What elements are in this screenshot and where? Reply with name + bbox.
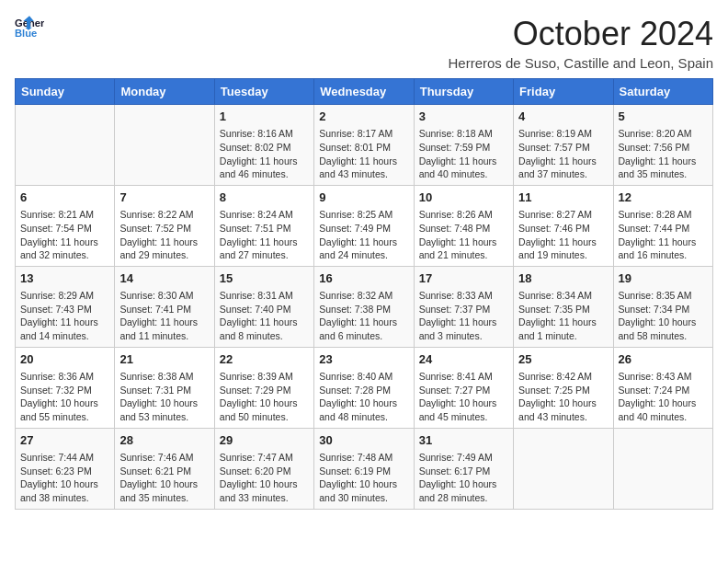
calendar-cell: 5Sunrise: 8:20 AM Sunset: 7:56 PM Daylig… [613,105,712,186]
calendar-cell: 28Sunrise: 7:46 AM Sunset: 6:21 PM Dayli… [115,428,214,509]
day-info: Sunrise: 8:42 AM Sunset: 7:25 PM Dayligh… [518,370,608,424]
day-number: 28 [119,432,209,449]
day-number: 25 [518,351,608,368]
day-info: Sunrise: 7:48 AM Sunset: 6:19 PM Dayligh… [319,451,408,505]
logo: General Blue [15,15,44,40]
day-info: Sunrise: 8:43 AM Sunset: 7:24 PM Dayligh… [619,370,708,424]
day-number: 5 [619,109,708,125]
day-info: Sunrise: 8:39 AM Sunset: 7:29 PM Dayligh… [220,370,309,424]
week-row-2: 6Sunrise: 8:21 AM Sunset: 7:54 PM Daylig… [16,185,713,266]
day-number: 7 [119,190,209,206]
day-number: 29 [220,432,309,449]
day-number: 14 [119,270,209,287]
day-number: 6 [20,190,109,206]
week-row-1: 1Sunrise: 8:16 AM Sunset: 8:02 PM Daylig… [16,105,713,186]
day-info: Sunrise: 8:24 AM Sunset: 7:51 PM Dayligh… [220,208,309,262]
day-number: 21 [119,351,209,368]
day-number: 8 [220,190,309,206]
calendar-cell: 21Sunrise: 8:38 AM Sunset: 7:31 PM Dayli… [115,347,214,428]
calendar-cell: 19Sunrise: 8:35 AM Sunset: 7:34 PM Dayli… [613,266,712,347]
week-row-5: 27Sunrise: 7:44 AM Sunset: 6:23 PM Dayli… [16,428,713,509]
calendar-cell: 31Sunrise: 7:49 AM Sunset: 6:17 PM Dayli… [414,428,513,509]
weekday-sunday: Sunday [16,79,115,105]
calendar-cell [16,105,115,186]
calendar-cell: 17Sunrise: 8:33 AM Sunset: 7:37 PM Dayli… [414,266,513,347]
calendar-cell: 22Sunrise: 8:39 AM Sunset: 7:29 PM Dayli… [214,347,313,428]
calendar-cell: 18Sunrise: 8:34 AM Sunset: 7:35 PM Dayli… [514,266,613,347]
calendar-cell: 20Sunrise: 8:36 AM Sunset: 7:32 PM Dayli… [16,347,115,428]
day-number: 16 [319,270,408,287]
calendar-cell: 15Sunrise: 8:31 AM Sunset: 7:40 PM Dayli… [214,266,313,347]
svg-text:Blue: Blue [15,28,37,39]
calendar-cell [115,105,214,186]
calendar-cell: 1Sunrise: 8:16 AM Sunset: 8:02 PM Daylig… [214,105,313,186]
calendar-cell: 13Sunrise: 8:29 AM Sunset: 7:43 PM Dayli… [16,266,115,347]
calendar-cell: 11Sunrise: 8:27 AM Sunset: 7:46 PM Dayli… [514,185,613,266]
day-number: 3 [419,109,508,125]
calendar-cell: 2Sunrise: 8:17 AM Sunset: 8:01 PM Daylig… [314,105,414,186]
day-number: 20 [20,351,109,368]
day-number: 12 [619,190,708,206]
calendar-cell: 6Sunrise: 8:21 AM Sunset: 7:54 PM Daylig… [16,185,115,266]
calendar-cell: 24Sunrise: 8:41 AM Sunset: 7:27 PM Dayli… [414,347,513,428]
day-info: Sunrise: 8:22 AM Sunset: 7:52 PM Dayligh… [119,208,209,262]
day-number: 18 [518,270,608,287]
week-row-4: 20Sunrise: 8:36 AM Sunset: 7:32 PM Dayli… [16,347,713,428]
calendar-cell: 25Sunrise: 8:42 AM Sunset: 7:25 PM Dayli… [514,347,613,428]
location: Herreros de Suso, Castille and Leon, Spa… [448,55,713,71]
week-row-3: 13Sunrise: 8:29 AM Sunset: 7:43 PM Dayli… [16,266,713,347]
calendar-cell: 30Sunrise: 7:48 AM Sunset: 6:19 PM Dayli… [314,428,414,509]
day-info: Sunrise: 8:16 AM Sunset: 8:02 PM Dayligh… [220,127,309,181]
day-number: 15 [220,270,309,287]
calendar-cell: 10Sunrise: 8:26 AM Sunset: 7:48 PM Dayli… [414,185,513,266]
calendar-cell [613,428,712,509]
calendar-cell [514,428,613,509]
page-header: General Blue October 2024 Herreros de Su… [15,15,713,71]
calendar-cell: 26Sunrise: 8:43 AM Sunset: 7:24 PM Dayli… [613,347,712,428]
day-number: 13 [20,270,109,287]
day-number: 4 [518,109,608,125]
weekday-tuesday: Tuesday [214,79,313,105]
calendar-cell: 16Sunrise: 8:32 AM Sunset: 7:38 PM Dayli… [314,266,414,347]
day-number: 30 [319,432,408,449]
day-info: Sunrise: 8:32 AM Sunset: 7:38 PM Dayligh… [319,289,408,343]
day-info: Sunrise: 8:26 AM Sunset: 7:48 PM Dayligh… [419,208,508,262]
day-info: Sunrise: 7:49 AM Sunset: 6:17 PM Dayligh… [419,451,508,505]
day-info: Sunrise: 8:36 AM Sunset: 7:32 PM Dayligh… [20,370,109,424]
day-number: 9 [319,190,408,206]
calendar-cell: 29Sunrise: 7:47 AM Sunset: 6:20 PM Dayli… [214,428,313,509]
month-title: October 2024 [448,15,713,53]
day-info: Sunrise: 8:19 AM Sunset: 7:57 PM Dayligh… [518,127,608,181]
day-info: Sunrise: 8:25 AM Sunset: 7:49 PM Dayligh… [319,208,408,262]
weekday-wednesday: Wednesday [314,79,414,105]
calendar-cell: 8Sunrise: 8:24 AM Sunset: 7:51 PM Daylig… [214,185,313,266]
day-number: 24 [419,351,508,368]
day-info: Sunrise: 8:29 AM Sunset: 7:43 PM Dayligh… [20,289,109,343]
weekday-monday: Monday [115,79,214,105]
calendar-cell: 4Sunrise: 8:19 AM Sunset: 7:57 PM Daylig… [514,105,613,186]
calendar-cell: 3Sunrise: 8:18 AM Sunset: 7:59 PM Daylig… [414,105,513,186]
day-info: Sunrise: 8:17 AM Sunset: 8:01 PM Dayligh… [319,127,408,181]
day-number: 19 [619,270,708,287]
day-info: Sunrise: 7:47 AM Sunset: 6:20 PM Dayligh… [220,451,309,505]
day-info: Sunrise: 7:46 AM Sunset: 6:21 PM Dayligh… [119,451,209,505]
day-info: Sunrise: 8:38 AM Sunset: 7:31 PM Dayligh… [119,370,209,424]
weekday-header-row: SundayMondayTuesdayWednesdayThursdayFrid… [16,79,713,105]
day-info: Sunrise: 8:20 AM Sunset: 7:56 PM Dayligh… [619,127,708,181]
day-info: Sunrise: 8:30 AM Sunset: 7:41 PM Dayligh… [119,289,209,343]
weekday-friday: Friday [514,79,613,105]
day-info: Sunrise: 8:28 AM Sunset: 7:44 PM Dayligh… [619,208,708,262]
calendar-body: 1Sunrise: 8:16 AM Sunset: 8:02 PM Daylig… [16,105,713,510]
day-info: Sunrise: 8:35 AM Sunset: 7:34 PM Dayligh… [619,289,708,343]
logo-icon: General Blue [15,15,44,40]
day-number: 27 [20,432,109,449]
weekday-saturday: Saturday [613,79,712,105]
day-number: 31 [419,432,508,449]
calendar-cell: 9Sunrise: 8:25 AM Sunset: 7:49 PM Daylig… [314,185,414,266]
day-number: 23 [319,351,408,368]
day-info: Sunrise: 8:31 AM Sunset: 7:40 PM Dayligh… [220,289,309,343]
day-number: 10 [419,190,508,206]
day-info: Sunrise: 8:21 AM Sunset: 7:54 PM Dayligh… [20,208,109,262]
weekday-thursday: Thursday [414,79,513,105]
calendar-table: SundayMondayTuesdayWednesdayThursdayFrid… [15,78,713,510]
